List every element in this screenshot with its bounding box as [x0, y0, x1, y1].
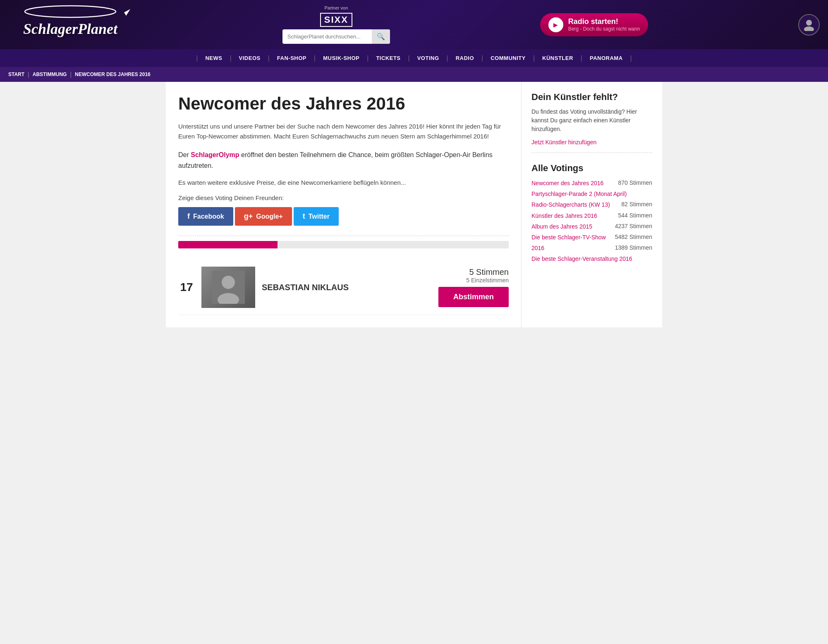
progress-bar-background — [178, 241, 509, 248]
content-right: Dein Künstler fehlt? Du findest das Voti… — [522, 82, 662, 327]
votes-single: 5 Einzelstimmen — [438, 277, 509, 284]
twitter-label: Twitter — [309, 213, 330, 220]
user-icon[interactable] — [798, 14, 820, 36]
voting-item: 2016 1389 Stimmen — [531, 244, 652, 252]
main-content: Newcomer des Jahres 2016 Unterstützt uns… — [166, 82, 662, 327]
googleplus-label: Google+ — [256, 213, 282, 220]
voting-item: Newcomer des Jahres 2016 870 Stimmen — [531, 179, 652, 187]
nav-item-tickets[interactable]: TICKETS — [369, 49, 408, 67]
voting-count: 870 Stimmen — [618, 179, 652, 186]
voting-link[interactable]: Die beste Schlager-Veranstaltung 2016 — [531, 255, 649, 262]
facebook-label: Facebook — [193, 213, 224, 220]
all-votings-title: Alle Votings — [531, 163, 652, 174]
candidate-row: 17 SEBASTIAN NIKLAUS 5 Stimmen 5 Einzels… — [178, 260, 509, 315]
svg-marker-2 — [124, 9, 130, 16]
article-intro: Unterstützt uns und unsere Partner bei d… — [178, 122, 509, 141]
votes-total: 5 Stimmen — [438, 267, 509, 277]
svg-point-0 — [25, 6, 116, 17]
facebook-share-button[interactable]: f Facebook — [178, 207, 233, 226]
svg-text:SchlagerPlanet: SchlagerPlanet — [23, 21, 118, 37]
missing-artist-section: Dein Künstler fehlt? Du findest das Voti… — [531, 92, 652, 153]
nav-item-news[interactable]: NEWS — [198, 49, 230, 67]
breadcrumb-abstimmung[interactable]: ABSTIMMUNG — [33, 72, 67, 77]
voting-count: 544 Stimmen — [618, 212, 652, 219]
voting-item: Radio-Schlagercharts (KW 13) 82 Stimmen — [531, 201, 652, 208]
voting-count: 5482 Stimmen — [615, 234, 652, 240]
voting-link[interactable]: Newcomer des Jahres 2016 — [531, 179, 615, 187]
candidate-rank: 17 — [178, 281, 195, 294]
share-buttons: f Facebook g+ Google+ t Twitter — [178, 207, 509, 226]
header-center: Partner von SIXX 🔍 — [282, 5, 390, 44]
voting-item: Album des Jahres 2015 4237 Stimmen — [531, 223, 652, 230]
play-icon: ▶ — [548, 17, 563, 32]
facebook-icon: f — [187, 212, 190, 221]
radio-text: Radio starten! Berg - Doch du sagst nich… — [568, 17, 640, 32]
schlagerolymp-link[interactable]: SchlagerOlymp — [191, 151, 239, 158]
voting-item: Die beste Schlager-TV-Show 5482 Stimmen — [531, 234, 652, 241]
breadcrumb-start[interactable]: START — [8, 72, 24, 77]
voting-link[interactable]: Die beste Schlager-TV-Show — [531, 234, 612, 241]
search-bar: 🔍 — [282, 29, 390, 44]
candidate-name: SEBASTIAN NIKLAUS — [262, 283, 432, 292]
partner-label: Partner von — [324, 5, 348, 10]
voting-count: 82 Stimmen — [621, 201, 652, 208]
svg-point-4 — [804, 26, 814, 31]
nav-item-musik-shop[interactable]: MUSIK-SHOP — [316, 49, 367, 67]
nav-item-community[interactable]: COMMUNITY — [483, 49, 533, 67]
main-nav: | NEWS | VIDEOS | FAN-SHOP | MUSIK-SHOP … — [0, 49, 828, 67]
progress-area — [178, 236, 509, 253]
nav-item-fan-shop[interactable]: FAN-SHOP — [270, 49, 314, 67]
voting-link[interactable]: Künstler des Jahres 2016 — [531, 212, 615, 219]
candidate-image — [201, 267, 255, 308]
add-artist-link[interactable]: Jetzt Künstler hinzufügen — [531, 139, 596, 145]
highlight-pre: Der — [178, 151, 191, 158]
logo-area: SchlagerPlanet — [8, 4, 132, 45]
voting-count: 4237 Stimmen — [615, 223, 652, 229]
svg-point-3 — [806, 20, 812, 26]
candidate-image-placeholder — [201, 267, 255, 308]
nav-item-radio[interactable]: RADIO — [448, 49, 481, 67]
content-left: Newcomer des Jahres 2016 Unterstützt uns… — [166, 82, 522, 327]
twitter-share-button[interactable]: t Twitter — [294, 207, 339, 226]
missing-artist-text: Du findest das Voting unvollständig? Hie… — [531, 107, 652, 134]
googleplus-share-button[interactable]: g+ Google+ — [235, 207, 292, 226]
all-votings-section: Alle Votings Newcomer des Jahres 2016 87… — [531, 163, 652, 263]
share-label: Zeige dieses Voting Deinen Freunden: — [178, 194, 509, 201]
nav-item-videos[interactable]: VIDEOS — [232, 49, 268, 67]
header: SchlagerPlanet Partner von SIXX 🔍 ▶ Radi… — [0, 0, 828, 49]
radio-title: Radio starten! — [568, 17, 640, 26]
article-highlight: Der SchlagerOlymp eröffnet den besten Te… — [178, 150, 509, 171]
voting-item: Partyschlager-Parade 2 (Monat April) — [531, 190, 652, 198]
voting-count: 1389 Stimmen — [615, 244, 652, 251]
article-extra: Es warten weitere exklusive Preise, die … — [178, 179, 509, 186]
svg-point-6 — [222, 276, 235, 289]
voting-link[interactable]: Radio-Schlagercharts (KW 13) — [531, 201, 618, 208]
article-title: Newcomer des Jahres 2016 — [178, 94, 509, 113]
nav-item-kunstler[interactable]: KÜNSTLER — [535, 49, 581, 67]
voting-item: Künstler des Jahres 2016 544 Stimmen — [531, 212, 652, 219]
search-input[interactable] — [282, 30, 372, 43]
voting-link[interactable]: Partyschlager-Parade 2 (Monat April) — [531, 190, 649, 198]
radio-button[interactable]: ▶ Radio starten! Berg - Doch du sagst ni… — [540, 13, 648, 36]
breadcrumb-sep-2: | — [70, 71, 72, 78]
voting-item: Die beste Schlager-Veranstaltung 2016 — [531, 255, 652, 262]
candidate-votes: 5 Stimmen 5 Einzelstimmen Abstimmen — [438, 267, 509, 307]
missing-artist-title: Dein Künstler fehlt? — [531, 92, 652, 103]
breadcrumb-sep-1: | — [28, 71, 29, 78]
sixx-logo: SIXX — [320, 13, 352, 27]
breadcrumb: START | ABSTIMMUNG | NEWCOMER DES JAHRES… — [0, 67, 828, 82]
radio-subtitle: Berg - Doch du sagst nicht wann — [568, 26, 640, 32]
nav-item-panorama[interactable]: PANORAMA — [582, 49, 630, 67]
googleplus-icon: g+ — [244, 212, 253, 221]
nav-item-voting[interactable]: VOTING — [410, 49, 447, 67]
site-logo[interactable]: SchlagerPlanet — [8, 4, 132, 45]
nav-separator: | — [630, 55, 632, 62]
twitter-icon: t — [303, 212, 305, 221]
progress-bar-fill — [178, 241, 278, 248]
vote-button[interactable]: Abstimmen — [438, 287, 509, 307]
search-button[interactable]: 🔍 — [372, 29, 390, 44]
breadcrumb-current: NEWCOMER DES JAHRES 2016 — [75, 72, 151, 77]
voting-link[interactable]: 2016 — [531, 244, 612, 252]
voting-link[interactable]: Album des Jahres 2015 — [531, 223, 612, 230]
